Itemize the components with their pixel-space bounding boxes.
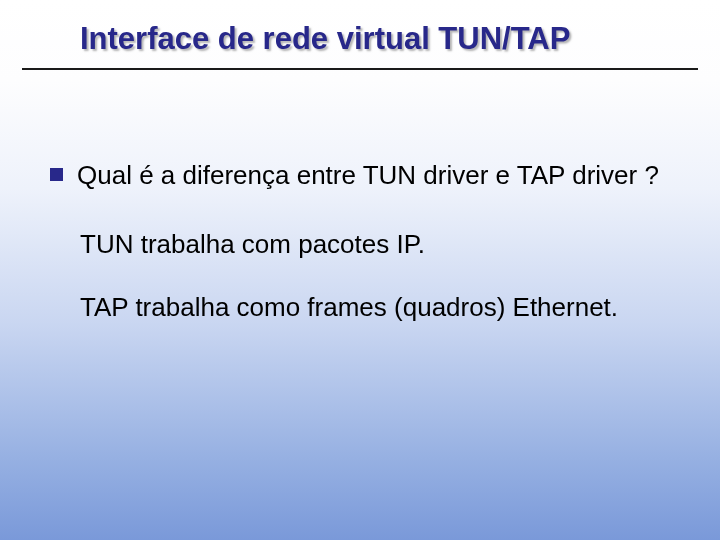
- body-line-1: TUN trabalha com pacotes IP.: [80, 227, 680, 262]
- slide-body: Qual é a diferença entre TUN driver e TA…: [40, 158, 680, 325]
- square-bullet-icon: [50, 168, 63, 181]
- bullet-item: Qual é a diferença entre TUN driver e TA…: [50, 158, 680, 193]
- slide: Interface de rede virtual TUN/TAP Qual é…: [0, 0, 720, 540]
- title-area: Interface de rede virtual TUN/TAP: [40, 22, 680, 66]
- bullet-text: Qual é a diferença entre TUN driver e TA…: [77, 158, 659, 193]
- title-underline: [22, 68, 698, 70]
- body-line-2: TAP trabalha como frames (quadros) Ether…: [80, 290, 680, 325]
- slide-title: Interface de rede virtual TUN/TAP: [80, 22, 680, 66]
